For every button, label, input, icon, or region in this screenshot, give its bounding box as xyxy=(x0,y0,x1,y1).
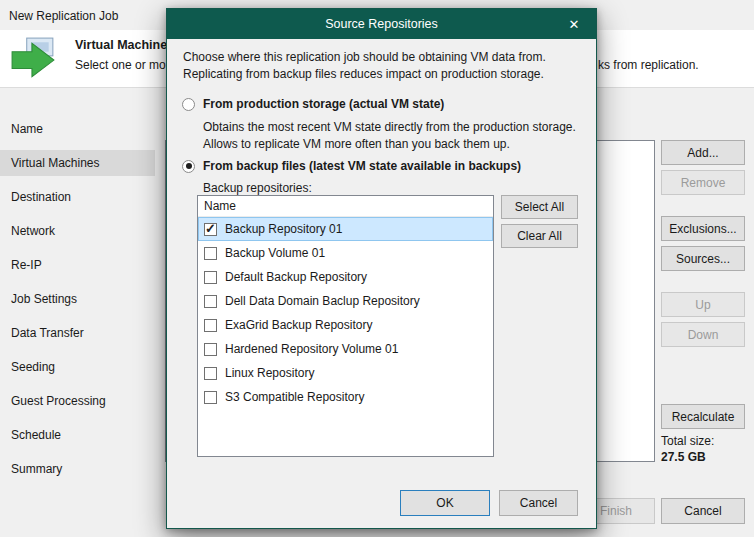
repo-name: S3 Compatible Repository xyxy=(225,390,364,404)
total-size-value: 27.5 GB xyxy=(661,450,706,464)
unchecked-checkbox-icon[interactable] xyxy=(204,343,217,356)
repo-name: Dell Data Domain Baclup Repository xyxy=(225,294,420,308)
sidebar-item-guest-processing[interactable]: Guest Processing xyxy=(0,388,155,414)
sources-button[interactable]: Sources... xyxy=(661,246,745,271)
repo-list-body: Backup Repository 01Backup Volume 01Defa… xyxy=(198,217,493,409)
repo-row[interactable]: Hardened Repository Volume 01 xyxy=(198,337,493,361)
dialog-cancel-button[interactable]: Cancel xyxy=(499,490,578,516)
dialog-title: Source Repositories xyxy=(167,9,596,39)
up-button[interactable]: Up xyxy=(661,292,745,317)
sidebar-item-seeding[interactable]: Seeding xyxy=(0,354,155,380)
close-icon[interactable]: ✕ xyxy=(552,9,596,39)
sidebar-item-name[interactable]: Name xyxy=(0,116,155,142)
radio-backup[interactable] xyxy=(182,160,195,173)
repo-name: Hardened Repository Volume 01 xyxy=(225,342,398,356)
sidebar-item-data-transfer[interactable]: Data Transfer xyxy=(0,320,155,346)
checked-checkbox-icon[interactable] xyxy=(204,223,217,236)
select-all-button[interactable]: Select All xyxy=(501,195,578,219)
repo-row[interactable]: Dell Data Domain Baclup Repository xyxy=(198,289,493,313)
option-production-desc-line2: Allows to replicate VM more often than y… xyxy=(203,136,576,153)
unchecked-checkbox-icon[interactable] xyxy=(204,367,217,380)
window-cancel-button[interactable]: Cancel xyxy=(661,498,745,524)
dialog-intro-line2: Replicating from backup files reduces im… xyxy=(183,66,587,83)
sidebar-item-schedule[interactable]: Schedule xyxy=(0,422,155,448)
backup-repositories-label: Backup repositories: xyxy=(203,181,312,195)
repo-name: ExaGrid Backup Repository xyxy=(225,318,372,332)
radio-production[interactable] xyxy=(182,98,195,111)
source-repositories-dialog: Source Repositories ✕ Choose where this … xyxy=(166,8,597,529)
option-production-label[interactable]: From production storage (actual VM state… xyxy=(203,97,444,111)
sidebar-item-summary[interactable]: Summary xyxy=(0,456,155,482)
repo-name: Backup Repository 01 xyxy=(225,222,342,236)
sidebar-item-re-ip[interactable]: Re-IP xyxy=(0,252,155,278)
repo-row[interactable]: Backup Volume 01 xyxy=(198,241,493,265)
repo-row[interactable]: Linux Repository xyxy=(198,361,493,385)
page-subtitle-right: ks from replication. xyxy=(598,58,699,72)
clear-all-button[interactable]: Clear All xyxy=(501,224,578,248)
sidebar-item-virtual-machines[interactable]: Virtual Machines xyxy=(0,150,155,176)
unchecked-checkbox-icon[interactable] xyxy=(204,271,217,284)
option-backup-files[interactable]: From backup files (latest VM state avail… xyxy=(182,159,521,173)
dialog-intro-line1: Choose where this replication job should… xyxy=(183,49,587,66)
recalculate-button[interactable]: Recalculate xyxy=(661,404,745,429)
total-size-label: Total size: xyxy=(661,434,714,448)
remove-button[interactable]: Remove xyxy=(661,170,745,195)
dialog-titlebar: Source Repositories ✕ xyxy=(167,9,596,39)
repo-name: Linux Repository xyxy=(225,366,314,380)
ok-button[interactable]: OK xyxy=(400,490,490,516)
page-title: Virtual Machine xyxy=(75,38,167,52)
dialog-intro: Choose where this replication job should… xyxy=(183,49,587,83)
exclusions-button[interactable]: Exclusions... xyxy=(661,216,745,241)
screen: New Replication Job Virtual Machine Sele… xyxy=(0,0,754,537)
sidebar-item-job-settings[interactable]: Job Settings xyxy=(0,286,155,312)
option-backup-label[interactable]: From backup files (latest VM state avail… xyxy=(203,159,521,173)
option-production-description: Obtains the most recent VM state directl… xyxy=(203,119,576,153)
repo-row[interactable]: S3 Compatible Repository xyxy=(198,385,493,409)
repo-row[interactable]: ExaGrid Backup Repository xyxy=(198,313,493,337)
sidebar-item-destination[interactable]: Destination xyxy=(0,184,155,210)
sidebar-item-network[interactable]: Network xyxy=(0,218,155,244)
option-production-desc-line1: Obtains the most recent VM state directl… xyxy=(203,119,576,136)
unchecked-checkbox-icon[interactable] xyxy=(204,247,217,260)
replication-arrow-icon xyxy=(10,36,56,82)
unchecked-checkbox-icon[interactable] xyxy=(204,295,217,308)
repo-list[interactable]: Name Backup Repository 01Backup Volume 0… xyxy=(197,195,494,457)
repo-row[interactable]: Default Backup Repository xyxy=(198,265,493,289)
window-title: New Replication Job xyxy=(9,9,118,23)
repo-list-header[interactable]: Name xyxy=(198,196,493,217)
repo-row[interactable]: Backup Repository 01 xyxy=(198,217,493,241)
unchecked-checkbox-icon[interactable] xyxy=(204,319,217,332)
down-button[interactable]: Down xyxy=(661,322,745,347)
repo-name: Default Backup Repository xyxy=(225,270,367,284)
add-button[interactable]: Add... xyxy=(661,140,745,165)
option-production-storage[interactable]: From production storage (actual VM state… xyxy=(182,97,444,111)
repo-name: Backup Volume 01 xyxy=(225,246,325,260)
page-subtitle-left: Select one or mo xyxy=(75,58,166,72)
sidebar: NameVirtual MachinesDestinationNetworkRe… xyxy=(0,116,155,482)
unchecked-checkbox-icon[interactable] xyxy=(204,391,217,404)
